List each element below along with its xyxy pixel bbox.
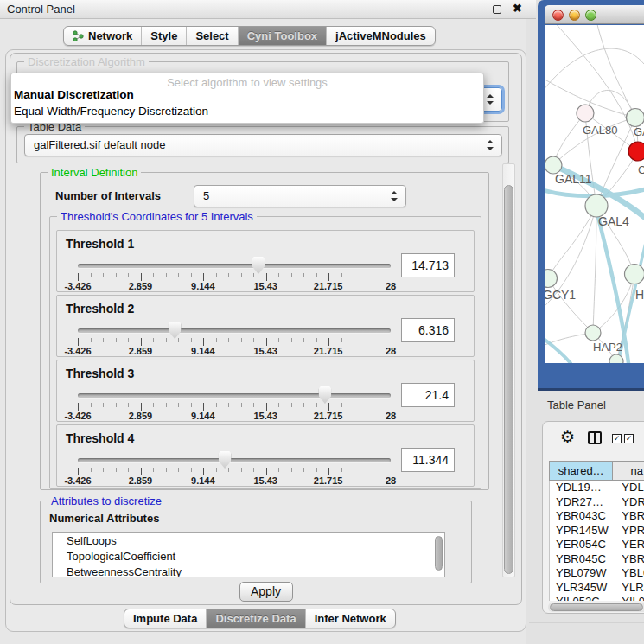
table-row[interactable]: YDR27…YDR2 xyxy=(550,495,644,510)
table-panel-card: ⚙ ✓ ✓ shared… na YDL19…YDL1 YDR27…YDR2 Y… xyxy=(542,421,644,614)
slider-thumb[interactable] xyxy=(318,386,331,404)
gear-icon[interactable]: ⚙ xyxy=(560,429,575,445)
table-row[interactable]: YPR145WYPR1 xyxy=(550,524,644,539)
tab-discretize-data[interactable]: Discretize Data xyxy=(207,609,305,628)
window-minimize-traffic-light[interactable] xyxy=(569,10,580,21)
tick-label: 9.144 xyxy=(191,281,215,291)
tick-label: 9.144 xyxy=(191,346,215,356)
tab-select[interactable]: Select xyxy=(187,27,238,45)
threshold-3-slider[interactable]: -3.426 2.859 9.144 15.43 21.715 28 xyxy=(78,386,391,421)
attributes-group-title: Attributes to discretize xyxy=(48,494,165,507)
table-row[interactable]: YDL19…YDL1 xyxy=(550,481,644,495)
list-item[interactable]: SelfLoops xyxy=(53,533,444,549)
tick-label: 21.715 xyxy=(314,411,343,421)
split-columns-icon[interactable] xyxy=(588,431,602,444)
tab-impute-data[interactable]: Impute Data xyxy=(124,609,207,628)
list-item[interactable]: BetweennessCentrality xyxy=(53,564,444,577)
slider-ticks xyxy=(78,273,392,281)
tick-label: 2.859 xyxy=(129,411,153,421)
tab-infer-network[interactable]: Infer Network xyxy=(306,609,395,628)
threshold-2-value-field[interactable]: 6.316 xyxy=(401,318,455,342)
node-hap2[interactable] xyxy=(585,325,601,341)
dropdown-option-equal-width[interactable]: Equal Width/Frequency Discretization xyxy=(14,105,208,118)
checkbox-icon[interactable]: ✓ xyxy=(624,434,634,443)
threshold-3-panel: Threshold 3 -3.426 2.859 9.144 15.43 21.… xyxy=(56,360,475,422)
float-window-icon[interactable] xyxy=(493,5,501,14)
slider-ticks xyxy=(78,468,392,475)
table-row[interactable]: YIL052CYIL0 xyxy=(550,595,644,601)
window-close-traffic-light[interactable] xyxy=(552,10,564,21)
tick-label: 21.715 xyxy=(314,281,343,291)
node-top-right[interactable] xyxy=(627,109,644,127)
apply-button[interactable]: Apply xyxy=(239,582,293,602)
slider-thumb[interactable] xyxy=(219,451,232,469)
tab-jactivemnodules[interactable]: jActiveMNodules xyxy=(327,27,435,45)
dropdown-option-manual[interactable]: Manual Discretization xyxy=(14,88,134,101)
column-header-shared-name[interactable]: shared… xyxy=(550,462,613,480)
tick-label: 28 xyxy=(386,475,396,486)
node-gal11[interactable] xyxy=(545,156,562,174)
table-row[interactable]: YBR043CYBR0 xyxy=(550,509,644,524)
threshold-4-value-field[interactable]: 11.344 xyxy=(401,448,455,472)
tick-label: 28 xyxy=(386,346,396,356)
panel-scrollbar-thumb[interactable] xyxy=(504,185,513,574)
interval-definition-group: Interval Definition Number of Intervals … xyxy=(40,172,489,490)
table-horizontal-scrollbar[interactable] xyxy=(548,603,644,612)
network-view-window[interactable]: GAL80 GA C GAL11 GAL4 GCY1 H HAP2 xyxy=(538,0,644,391)
threshold-1-panel: Threshold 1 -3.426 2.859 9.144 15.43 21.… xyxy=(56,230,475,292)
table-data-combobox[interactable]: galFiltered.sif default node xyxy=(24,134,502,156)
number-of-intervals-combobox[interactable]: 5 xyxy=(194,185,406,207)
window-zoom-traffic-light[interactable] xyxy=(585,10,596,21)
table-row[interactable]: YBR045CYBR0 xyxy=(550,552,644,567)
threshold-2-slider[interactable]: -3.426 2.859 9.144 15.43 21.715 28 xyxy=(78,322,391,356)
threshold-3-value-field[interactable]: 21.4 xyxy=(401,383,455,407)
combo-arrows-icon xyxy=(487,94,494,105)
slider-track[interactable] xyxy=(78,393,391,398)
table-row[interactable]: YER054CYER0 xyxy=(550,538,644,552)
slider-track[interactable] xyxy=(78,328,391,333)
slider-track[interactable] xyxy=(78,458,391,462)
list-scrollbar[interactable] xyxy=(435,536,443,571)
list-item[interactable]: TopologicalCoefficient xyxy=(53,549,444,564)
tick-label: 15.43 xyxy=(253,346,277,356)
table-row[interactable]: YLR345WYLR3 xyxy=(550,581,644,596)
node-label-clipped: H xyxy=(635,288,644,302)
slider-thumb[interactable] xyxy=(252,257,265,274)
threshold-4-panel: Threshold 4 -3.426 2.859 9.144 15.43 21.… xyxy=(56,424,475,487)
tick-label: 28 xyxy=(386,281,396,291)
slider-thumb[interactable] xyxy=(169,322,182,339)
node-label: GAL11 xyxy=(555,172,592,186)
tick-label: 9.144 xyxy=(191,475,215,486)
node-label-clipped: GA xyxy=(634,125,644,138)
node-gal80[interactable] xyxy=(577,105,594,122)
scrollbar-thumb[interactable] xyxy=(550,603,643,611)
node-bottom[interactable] xyxy=(609,354,623,363)
table-row[interactable]: YBL079WYBL0 xyxy=(550,566,644,581)
node-gcy1[interactable] xyxy=(545,270,558,288)
algorithm-dropdown-popup: Select algorithm to view settings Manual… xyxy=(10,73,484,124)
close-icon[interactable]: ✖ xyxy=(513,2,522,15)
checkbox-icon[interactable]: ✓ xyxy=(612,434,622,443)
node-label: HAP2 xyxy=(593,341,622,354)
control-panel-tabs: Network Style Select Cyni Toolbox jActiv… xyxy=(63,26,436,46)
column-header-name[interactable]: na xyxy=(613,462,644,480)
slider-track[interactable] xyxy=(78,264,391,268)
number-of-intervals-value: 5 xyxy=(203,189,209,202)
node-label: GCY1 xyxy=(545,288,576,302)
network-window-titlebar[interactable] xyxy=(545,5,644,24)
tab-network[interactable]: Network xyxy=(64,27,142,45)
threshold-4-slider[interactable]: -3.426 2.859 9.144 15.43 21.715 28 xyxy=(78,451,391,486)
table-body: YDL19…YDL1 YDR27…YDR2 YBR043CYBR0 YPR145… xyxy=(549,481,644,601)
combo-arrows-icon xyxy=(391,191,398,201)
node-selected-red[interactable] xyxy=(628,142,644,161)
tab-style[interactable]: Style xyxy=(142,27,187,45)
network-canvas[interactable]: GAL80 GA C GAL11 GAL4 GCY1 H HAP2 xyxy=(545,25,644,363)
attributes-list[interactable]: SelfLoops TopologicalCoefficient Between… xyxy=(52,532,445,577)
threshold-1-slider[interactable]: -3.426 2.859 9.144 15.43 21.715 28 xyxy=(78,257,391,291)
discretize-data-pane: Discretization Algorithm Table Data galF… xyxy=(10,53,522,605)
tick-label: 28 xyxy=(386,411,396,421)
node-right[interactable] xyxy=(625,265,644,284)
tab-cyni-toolbox[interactable]: Cyni Toolbox xyxy=(239,27,327,45)
threshold-1-value-field[interactable]: 14.713 xyxy=(401,253,455,277)
panel-scrollbar-track[interactable] xyxy=(502,163,515,577)
